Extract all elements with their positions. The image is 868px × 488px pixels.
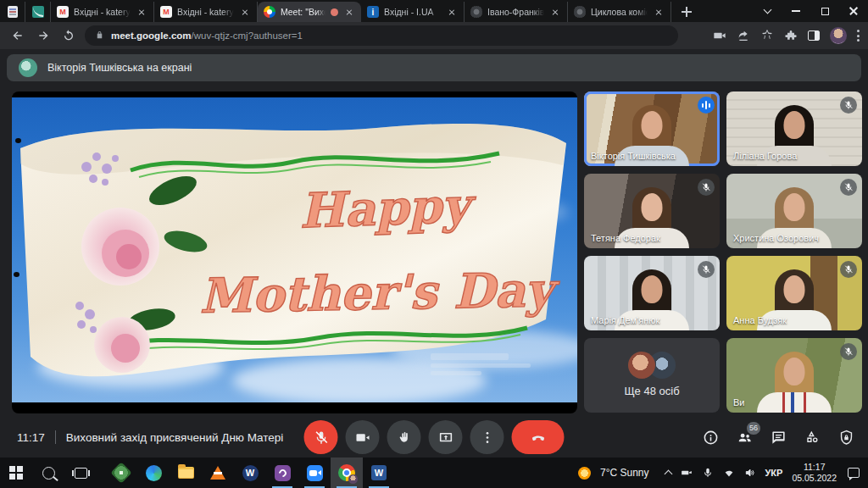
browser-tab-meet-active[interactable]: Meet: "Виховн (258, 2, 361, 22)
tab-title: Вхідні - I.UA (384, 7, 441, 17)
language-indicator[interactable]: УКР (765, 468, 783, 478)
tab-close-icon[interactable] (136, 6, 147, 18)
browser-tab-site-1[interactable]: Івано-Франківськ (465, 2, 568, 22)
participant-video (754, 350, 835, 413)
participant-tile[interactable]: Ліліана Горова (726, 92, 862, 166)
reload-button[interactable] (59, 26, 78, 45)
tab-close-icon[interactable] (446, 6, 458, 18)
self-view-tile[interactable]: Ви (726, 338, 862, 413)
tab-close-icon[interactable] (549, 6, 561, 18)
volume-icon[interactable] (744, 467, 756, 479)
activities-icon (804, 430, 821, 446)
document-favicon-icon (8, 6, 18, 18)
address-bar[interactable]: meet.google.com/wuv-qtjz-cmj?authuser=1 (85, 25, 678, 46)
share-icon[interactable] (737, 29, 750, 42)
mic-muted-icon (840, 179, 857, 196)
gmail-favicon-icon (57, 6, 69, 18)
taskbar-file-explorer[interactable] (170, 458, 202, 488)
flag-grommet (15, 138, 21, 143)
window-close-button[interactable] (839, 0, 868, 22)
activities-button[interactable] (804, 430, 821, 446)
raise-hand-button[interactable] (387, 420, 421, 454)
tray-overflow-icon[interactable] (664, 470, 672, 479)
bookmark-star-icon[interactable] (760, 29, 774, 42)
forward-button[interactable] (34, 26, 53, 45)
edge-icon (146, 465, 162, 481)
pinned-tab-chart[interactable] (25, 2, 51, 22)
reload-icon (62, 29, 75, 42)
presentation-tile[interactable]: Happy Mother's Day (12, 92, 577, 413)
tab-title: Meet: "Виховн (281, 7, 326, 17)
mic-muted-icon (698, 179, 715, 196)
taskbar-chrome-active[interactable] (331, 458, 363, 488)
pinned-tab-document[interactable] (0, 2, 25, 22)
chat-panel-button[interactable] (771, 430, 787, 446)
weather-text[interactable]: 7°C Sunny (600, 467, 649, 479)
back-button[interactable] (8, 26, 27, 45)
participant-name: Марія Дем'янюк (591, 315, 659, 325)
browser-tab-gmail-2[interactable]: Вхідні - kateryna.ho (154, 2, 258, 22)
participant-tile[interactable]: Марія Дем'янюк (584, 256, 720, 330)
taskbar-viber[interactable] (266, 458, 298, 488)
participant-name: Ліліана Горова (733, 151, 797, 161)
tray-camera-icon[interactable] (681, 467, 693, 479)
taskbar-search-button[interactable] (32, 458, 64, 488)
start-button[interactable] (0, 458, 32, 488)
browser-tab-iua[interactable]: Вхідні - I.UA (361, 2, 465, 22)
tray-mic-icon[interactable] (702, 467, 714, 479)
greeting-line1: Happy (298, 176, 478, 238)
tab-close-icon[interactable] (239, 6, 251, 18)
taskbar-edge[interactable] (137, 458, 170, 488)
video-watermark (431, 353, 531, 379)
taskbar-zoom[interactable] (298, 458, 331, 488)
raise-hand-icon (396, 430, 412, 446)
tab-camera-in-use-icon[interactable] (713, 29, 726, 42)
meeting-details-button[interactable] (703, 430, 719, 446)
side-panel-icon[interactable] (808, 30, 820, 41)
minimize-icon (792, 10, 800, 12)
tab-title: Циклова комісія п (591, 7, 648, 17)
presenter-avatar (19, 58, 37, 77)
present-screen-button[interactable] (429, 420, 463, 454)
extensions-icon[interactable] (784, 29, 798, 42)
window-maximize-button[interactable] (810, 0, 839, 22)
taskbar-vlc[interactable] (202, 458, 234, 488)
participant-tile[interactable]: Христина Озорович (726, 174, 862, 248)
more-options-button[interactable] (470, 420, 504, 454)
taskbar-clock[interactable]: 11:17 05.05.2022 (792, 462, 837, 484)
maximize-icon (821, 8, 829, 15)
participant-tile[interactable]: Анна Будзяк (726, 256, 862, 330)
taskbar-app-green[interactable] (105, 458, 137, 488)
window-minimize-button[interactable] (782, 0, 810, 22)
taskbar-word[interactable] (363, 458, 395, 488)
participant-name: Тетяна Федорак (591, 233, 660, 243)
speaking-indicator-icon (698, 97, 715, 114)
folder-icon (178, 467, 194, 479)
camera-toggle-button[interactable] (346, 420, 380, 454)
tab-close-icon[interactable] (653, 6, 665, 18)
end-call-button[interactable] (512, 420, 565, 454)
desktop-screen: Вхідні - kateryna.ho Вхідні - kateryna.h… (0, 0, 868, 488)
weather-sun-icon[interactable] (578, 467, 591, 480)
action-center-icon[interactable] (848, 468, 860, 478)
participant-tile[interactable]: Вікторія Тишківська (584, 92, 720, 166)
profile-avatar[interactable] (830, 27, 847, 44)
new-tab-button[interactable] (676, 2, 697, 22)
task-view-button[interactable] (64, 458, 97, 488)
browser-tab-site-2[interactable]: Циклова комісія п (568, 2, 671, 22)
meet-favicon-icon (264, 6, 275, 18)
taskbar-webex[interactable] (234, 458, 266, 488)
tab-search-button[interactable] (753, 0, 782, 22)
host-controls-button[interactable] (838, 430, 854, 446)
participants-panel-button[interactable]: 56 (737, 430, 753, 446)
meeting-info: 11:17 Виховний захід присвячений Дню Мат… (17, 417, 283, 458)
browser-menu-icon[interactable] (857, 30, 860, 42)
overflow-participants-tile[interactable]: Ще 48 осіб (584, 338, 720, 413)
tab-close-icon[interactable] (343, 6, 355, 18)
browser-tab-gmail-1[interactable]: Вхідні - kateryna.ho (51, 2, 154, 22)
participant-tile[interactable]: Тетяна Федорак (584, 174, 720, 248)
mic-toggle-button[interactable] (304, 420, 338, 454)
wifi-icon[interactable] (723, 467, 735, 479)
divider (55, 430, 56, 444)
browser-tab-strip: Вхідні - kateryna.ho Вхідні - kateryna.h… (0, 0, 868, 22)
